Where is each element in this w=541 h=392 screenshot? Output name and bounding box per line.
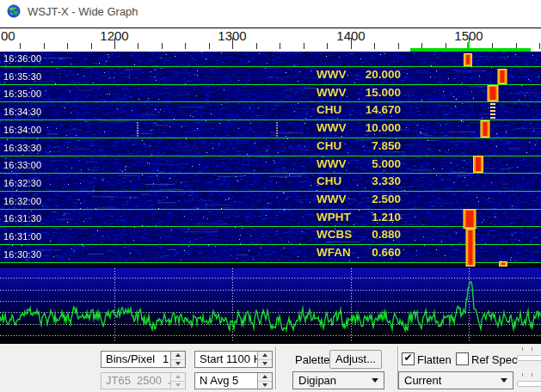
checkmark-icon: ✔	[403, 352, 412, 364]
zero-slider[interactable]	[517, 381, 541, 387]
station-frequency: 2.500	[341, 193, 401, 205]
scale-tick	[280, 43, 280, 49]
spin-down-icon	[262, 362, 267, 365]
adjust-button[interactable]: Adjust...	[329, 350, 382, 369]
palette-label: Palette	[295, 353, 329, 366]
flatten-label: Flatten	[417, 353, 452, 366]
scale-tick	[256, 43, 257, 49]
station-label: WWV5.000	[0, 157, 541, 173]
spin-up-button[interactable]	[258, 352, 272, 360]
station-frequency: 3.330	[341, 175, 401, 187]
station-frequency: 15.000	[341, 86, 401, 99]
scale-tick	[374, 43, 375, 49]
spin-down-button	[171, 382, 185, 389]
bins-per-pixel-spinbox[interactable]: Bins/Pixel1	[101, 351, 186, 368]
scale-tick	[185, 43, 186, 49]
station-frequency: 0.880	[341, 228, 401, 241]
station-label: WPHT1.210	[0, 211, 541, 226]
control-panel: Bins/Pixel1 Start 1100 Hz JT65 2500 JT9 …	[0, 344, 541, 392]
rx-frequency-marker	[467, 42, 470, 48]
spin-down-icon	[262, 383, 267, 387]
spinner	[257, 352, 272, 367]
spectrum-mode-dropdown[interactable]: Current	[398, 371, 513, 389]
station-label: CHU3.330	[0, 175, 541, 190]
scale-tick	[91, 43, 92, 49]
spectrum-display[interactable]	[0, 268, 541, 344]
spin-up-button[interactable]	[258, 373, 272, 382]
station-frequency: 1.210	[341, 211, 401, 224]
station-label: WWV15.000	[0, 86, 541, 101]
scale-tick	[162, 43, 163, 49]
spin-down-button[interactable]	[258, 360, 272, 368]
start-hz-spinbox[interactable]: Start 1100 Hz	[194, 351, 273, 368]
ref-spec-checkbox[interactable]: ✔	[456, 352, 469, 365]
station-frequency: 7.850	[341, 139, 401, 152]
spin-down-button[interactable]	[258, 382, 272, 389]
spin-down-icon	[175, 362, 181, 365]
panel-divider	[275, 346, 277, 389]
chevron-down-icon	[372, 378, 378, 383]
flatten-checkbox[interactable]: ✔	[402, 352, 415, 365]
station-frequency: 10.000	[341, 121, 401, 134]
gain-slider[interactable]	[517, 355, 541, 361]
scale-tick	[398, 43, 399, 49]
spin-up-button[interactable]	[171, 352, 185, 360]
station-frequency: 0.660	[341, 246, 401, 259]
station-frequency: 14.670	[341, 103, 401, 116]
scale-tick	[327, 43, 328, 49]
slider-tick	[522, 347, 523, 351]
station-label: WFAN0.660	[0, 246, 541, 261]
n-avg-text: N Avg 5	[195, 373, 257, 389]
bins-per-pixel-text: Bins/Pixel1	[101, 352, 170, 367]
scale-tick	[232, 38, 233, 49]
station-callsign: CHU	[317, 139, 341, 152]
station-label: WWV20.000	[0, 68, 541, 83]
scale-tick	[44, 43, 45, 49]
station-callsign: CHU	[317, 103, 341, 116]
station-label: WWV10.000	[0, 121, 541, 137]
palette-dropdown-value: Digipan	[298, 374, 336, 387]
spin-up-icon	[262, 353, 267, 357]
spectrum-mode-value: Current	[404, 374, 441, 387]
station-frequency: 5.000	[341, 157, 401, 170]
scale-tick	[209, 43, 210, 49]
scale-tick	[539, 43, 540, 49]
slider-tick	[532, 347, 532, 351]
spinner	[170, 373, 185, 389]
spin-up-icon	[175, 353, 181, 357]
scale-label-partial: 00	[1, 28, 15, 43]
chevron-down-icon	[501, 378, 507, 383]
scale-tick	[351, 38, 352, 49]
station-label: WCBS0.880	[0, 228, 541, 243]
spinner	[170, 352, 185, 367]
window-title: WSJT-X - Wide Graph	[28, 5, 138, 18]
ref-spec-label: Ref Spec	[471, 353, 517, 366]
scale-tick	[138, 43, 138, 49]
spin-down-icon	[175, 383, 181, 387]
time-label: 16:36:00	[3, 53, 41, 64]
station-callsign: CHU	[317, 175, 341, 187]
scale-tick	[67, 43, 68, 49]
slider-tick	[522, 373, 523, 377]
spinner	[257, 373, 272, 389]
wide-graph-window: WSJT-X - Wide Graph 00 1200130014001500 …	[0, 0, 541, 392]
spin-up-button	[171, 373, 185, 382]
spin-up-icon	[262, 375, 267, 378]
station-frequency: 20.000	[341, 68, 401, 81]
slider-tick	[532, 373, 532, 377]
station-label: WWV2.500	[0, 193, 541, 208]
title-bar[interactable]: WSJT-X - Wide Graph	[0, 0, 541, 22]
start-hz-text: Start 1100 Hz	[195, 352, 257, 367]
scale-tick	[20, 43, 21, 49]
station-label: CHU7.850	[0, 139, 541, 155]
jt65-jt9-text: JT65 2500 JT9	[101, 373, 170, 389]
jt65-jt9-split-spinbox: JT65 2500 JT9	[101, 372, 186, 389]
station-label: CHU14.670	[0, 103, 541, 119]
scale-tick	[304, 43, 304, 49]
palette-dropdown[interactable]: Digipan	[292, 371, 384, 389]
spin-down-button[interactable]	[171, 360, 185, 368]
spin-up-icon	[175, 375, 181, 378]
app-globe-icon	[7, 4, 21, 18]
scale-tick	[114, 38, 115, 49]
n-avg-spinbox[interactable]: N Avg 5	[194, 372, 273, 389]
